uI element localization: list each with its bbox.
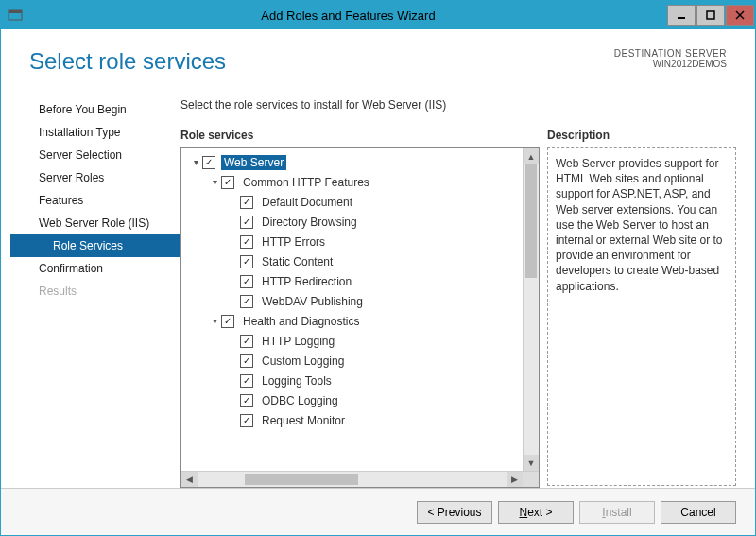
wizard-window: Add Roles and Features Wizard Select rol… xyxy=(0,0,756,536)
previous-button[interactable]: < Previous xyxy=(417,501,492,524)
nav-item-server-roles[interactable]: Server Roles xyxy=(10,166,180,189)
nav-item-confirmation[interactable]: Confirmation xyxy=(10,257,180,280)
svg-rect-1 xyxy=(9,10,22,13)
app-icon xyxy=(1,8,29,23)
tree-item-label: Health and Diagnostics xyxy=(240,314,362,329)
header: Select role services DESTINATION SERVER … xyxy=(1,29,755,84)
tree-row[interactable]: ▾✓Web Server xyxy=(183,152,537,172)
checkbox[interactable]: ✓ xyxy=(240,374,253,388)
destination-value: WIN2012DEMOS xyxy=(614,59,727,69)
tree-row[interactable]: ✓Default Document xyxy=(183,192,537,212)
tree-row[interactable]: ✓HTTP Redirection xyxy=(183,271,537,291)
columns: Role services ▾✓Web Server▾✓Common HTTP … xyxy=(180,129,736,488)
checkbox[interactable]: ✓ xyxy=(240,295,253,308)
page-title: Select role services xyxy=(29,48,226,75)
tree-row[interactable]: ✓HTTP Logging xyxy=(183,331,537,351)
role-services-column: Role services ▾✓Web Server▾✓Common HTTP … xyxy=(180,129,540,488)
expand-arrow-icon[interactable]: ▾ xyxy=(208,177,221,187)
tree-row[interactable]: ✓Request Monitor xyxy=(183,410,537,430)
nav-item-features[interactable]: Features xyxy=(10,189,180,212)
description-box: Web Server provides support for HTML Web… xyxy=(547,147,736,486)
svg-rect-3 xyxy=(707,11,714,19)
tree-item-label: Request Monitor xyxy=(259,413,348,428)
checkbox[interactable]: ✓ xyxy=(240,335,253,348)
minimize-button[interactable] xyxy=(667,5,696,26)
checkbox[interactable]: ✓ xyxy=(221,176,234,189)
checkbox[interactable]: ✓ xyxy=(240,275,253,288)
description-column: Description Web Server provides support … xyxy=(547,129,736,488)
tree-item-label: Static Content xyxy=(259,254,335,269)
tree-item-label: Web Server xyxy=(221,155,286,170)
window-controls xyxy=(667,5,755,26)
tree-item-label: Directory Browsing xyxy=(259,215,360,230)
titlebar: Add Roles and Features Wizard xyxy=(1,1,755,29)
tree-row[interactable]: ✓ODBC Logging xyxy=(183,390,537,410)
tree-row[interactable]: ▾✓Health and Diagnostics xyxy=(183,311,537,331)
tree-item-label: Custom Logging xyxy=(259,354,347,369)
nav-item-server-selection[interactable]: Server Selection xyxy=(10,144,180,166)
cancel-button[interactable]: Cancel xyxy=(661,501,736,524)
scroll-corner xyxy=(523,472,539,487)
checkbox[interactable]: ✓ xyxy=(240,255,253,268)
vertical-scrollbar[interactable]: ▲ ▼ xyxy=(523,148,539,471)
nav-item-installation-type[interactable]: Installation Type xyxy=(10,121,180,144)
instruction-text: Select the role services to install for … xyxy=(180,98,736,112)
nav-item-web-server-role-iis-[interactable]: Web Server Role (IIS) xyxy=(10,212,180,234)
tree-row[interactable]: ✓Directory Browsing xyxy=(183,212,537,232)
scroll-up-button[interactable]: ▲ xyxy=(524,148,539,164)
checkbox[interactable]: ✓ xyxy=(221,315,234,328)
tree-item-label: ODBC Logging xyxy=(259,393,341,408)
checkbox[interactable]: ✓ xyxy=(240,216,253,229)
tree-row[interactable]: ▾✓Common HTTP Features xyxy=(183,172,537,192)
body: Before You BeginInstallation TypeServer … xyxy=(1,84,755,488)
tree-row[interactable]: ✓WebDAV Publishing xyxy=(183,291,537,311)
tree-row[interactable]: ✓HTTP Errors xyxy=(183,232,537,251)
horizontal-scrollbar[interactable]: ◀ ▶ xyxy=(181,471,539,487)
window-title: Add Roles and Features Wizard xyxy=(29,9,667,23)
checkbox[interactable]: ✓ xyxy=(240,414,253,427)
checkbox[interactable]: ✓ xyxy=(240,354,253,368)
tree-item-label: HTTP Redirection xyxy=(259,274,354,289)
expand-arrow-icon[interactable]: ▾ xyxy=(189,157,202,167)
destination-server: DESTINATION SERVER WIN2012DEMOS xyxy=(614,48,727,69)
tree-item-label: HTTP Errors xyxy=(259,234,328,250)
checkbox[interactable]: ✓ xyxy=(240,196,253,209)
checkbox[interactable]: ✓ xyxy=(202,156,215,169)
install-button: Install xyxy=(579,501,655,524)
description-label: Description xyxy=(547,129,736,142)
tree-row[interactable]: ✓Logging Tools xyxy=(183,371,537,390)
content: Select the role services to install for … xyxy=(180,84,736,488)
tree-item-label: Default Document xyxy=(259,195,355,210)
role-services-tree: ▾✓Web Server▾✓Common HTTP Features✓Defau… xyxy=(180,147,540,488)
wizard-nav: Before You BeginInstallation TypeServer … xyxy=(10,84,180,488)
tree-row[interactable]: ✓Static Content xyxy=(183,251,537,271)
tree-list[interactable]: ▾✓Web Server▾✓Common HTTP Features✓Defau… xyxy=(181,148,539,471)
nav-item-results: Results xyxy=(10,280,180,303)
maximize-button[interactable] xyxy=(696,5,725,26)
scroll-left-button[interactable]: ◀ xyxy=(181,472,198,487)
scroll-thumb[interactable] xyxy=(525,164,537,278)
hscroll-track[interactable] xyxy=(198,472,507,487)
close-button[interactable] xyxy=(726,5,754,26)
scroll-down-button[interactable]: ▼ xyxy=(524,455,539,471)
expand-arrow-icon[interactable]: ▾ xyxy=(208,316,221,326)
tree-item-label: Common HTTP Features xyxy=(240,175,372,190)
tree-item-label: HTTP Logging xyxy=(259,334,337,349)
tree-item-label: WebDAV Publishing xyxy=(259,294,366,309)
tree-row[interactable]: ✓Custom Logging xyxy=(183,351,537,371)
footer: < Previous Next > Install Cancel xyxy=(1,488,755,535)
nav-item-role-services[interactable]: Role Services xyxy=(10,234,180,257)
nav-item-before-you-begin[interactable]: Before You Begin xyxy=(10,98,180,121)
scroll-right-button[interactable]: ▶ xyxy=(507,472,523,487)
hscroll-thumb[interactable] xyxy=(245,474,358,485)
tree-item-label: Logging Tools xyxy=(259,373,335,389)
role-services-label: Role services xyxy=(180,129,540,142)
checkbox[interactable]: ✓ xyxy=(240,394,253,407)
checkbox[interactable]: ✓ xyxy=(240,235,253,249)
destination-label: DESTINATION SERVER xyxy=(614,48,727,59)
next-button[interactable]: Next > xyxy=(498,501,574,524)
